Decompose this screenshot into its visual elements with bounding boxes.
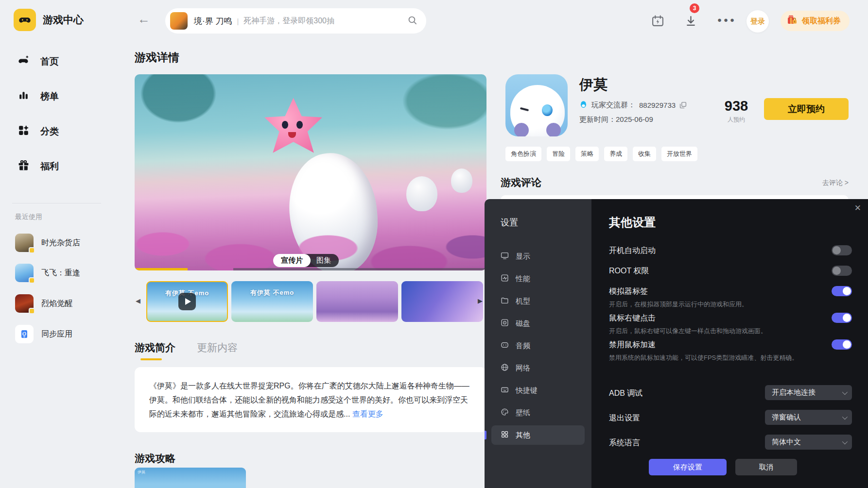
app-logo[interactable]: 游戏中心 — [14, 9, 84, 31]
toggle-root[interactable] — [832, 266, 852, 276]
gamepad-logo-icon — [14, 9, 36, 31]
thumbnail-trailer-selected[interactable]: 有伊莫 不emo — [146, 281, 228, 322]
select-adb-debug[interactable]: 开启本地连接 — [765, 385, 852, 400]
qq-group-label: 玩家交流群： — [591, 101, 635, 110]
tag-collect[interactable]: 收集 — [633, 147, 656, 161]
seal-mascot — [510, 85, 565, 136]
sync-phone-icon — [15, 325, 34, 343]
tag-raising[interactable]: 养成 — [604, 147, 627, 161]
performance-icon — [501, 274, 509, 284]
keyboard-icon — [501, 386, 509, 396]
search-divider: | — [237, 17, 239, 25]
settings-item-device-model[interactable]: 机型 — [491, 291, 585, 311]
device-model-icon — [501, 296, 509, 306]
select-value: 弹窗确认 — [772, 413, 842, 422]
tab-update-content[interactable]: 更新内容 — [197, 341, 238, 354]
close-icon[interactable]: ✕ — [854, 203, 861, 213]
page-title: 游戏详情 — [135, 50, 179, 65]
sidebar-divider — [12, 203, 101, 203]
setting-label-emulator-tag: 模拟器标签 — [609, 286, 648, 297]
setting-desc-emulator-tag: 开启后，在模拟器顶部显示运行中的游戏和应用。 — [609, 300, 748, 309]
active-item-indicator — [485, 431, 486, 439]
platform-badge-icon — [29, 308, 35, 314]
recent-item-sync-apps[interactable]: 同步应用 — [15, 325, 72, 343]
sidebar-item-welfare[interactable]: 福利 — [17, 159, 59, 173]
tag-open-world[interactable]: 开放世界 — [661, 147, 697, 161]
white-bear-character — [451, 168, 472, 193]
guide-thumbnail[interactable]: 伊莫 — [135, 468, 246, 488]
setting-label-right-click: 鼠标右键点击 — [609, 313, 656, 323]
chevron-down-icon — [842, 438, 848, 444]
tag-rpg[interactable]: 角色扮演 — [505, 147, 541, 161]
recent-game-lieyan[interactable]: 烈焰觉醒 — [15, 294, 72, 313]
sidebar-item-home[interactable]: 首页 — [17, 54, 59, 68]
game-trailer-player[interactable]: 宣传片 图集 — [135, 74, 486, 270]
toggle-emulator-tag[interactable] — [832, 286, 852, 296]
gamepad-icon — [17, 54, 30, 68]
search-icon[interactable] — [407, 15, 417, 27]
more-menu-icon[interactable]: ●●● — [717, 16, 736, 24]
recent-game-label: 烈焰觉醒 — [41, 299, 72, 309]
others-grid-icon — [501, 430, 509, 440]
game-description-card: 《伊莫》是一款多人在线大世界捉宠RPG。你将在广袤的艾德尔大陆上邂逅各种神奇生物… — [135, 367, 486, 432]
tag-adventure[interactable]: 冒险 — [547, 147, 570, 161]
sidebar-item-categories[interactable]: 分类 — [17, 124, 59, 138]
setting-label-mouse-accel: 禁用鼠标加速 — [609, 340, 656, 350]
settings-item-others[interactable]: 其他 — [491, 425, 585, 445]
recent-game-feifei[interactable]: 飞飞：重逢 — [15, 264, 80, 282]
save-settings-button[interactable]: 保存设置 — [649, 459, 727, 475]
reserve-unit: 人预约 — [714, 116, 758, 124]
thumbnail-screenshot[interactable] — [401, 281, 483, 322]
video-progress-played — [135, 268, 188, 270]
tag-strategy[interactable]: 策略 — [575, 147, 599, 161]
game-description: 《伊莫》是一款多人在线大世界捉宠RPG。你将在广袤的艾德尔大陆上邂逅各种神奇生物… — [149, 379, 472, 421]
daily-sign-calendar-icon[interactable] — [651, 15, 664, 30]
select-value: 简体中文 — [772, 438, 842, 447]
setting-desc-right-click: 开启后，鼠标右键可以像左键一样点击和拖动游戏画面。 — [609, 327, 767, 336]
settings-item-disk[interactable]: 磁盘 — [491, 314, 585, 333]
settings-item-performance[interactable]: 性能 — [491, 269, 585, 288]
reserve-now-button[interactable]: 立即预约 — [764, 98, 849, 120]
settings-item-hotkeys[interactable]: 快捷键 — [491, 381, 585, 400]
search-input[interactable]: 境·界 刀鸣 | 死神手游，登录即领300抽 — [165, 8, 426, 34]
settings-item-display[interactable]: 显示 — [491, 247, 585, 266]
thumbnail-screenshot[interactable] — [316, 281, 398, 322]
search-tagline: 死神手游，登录即领300抽 — [243, 16, 407, 26]
recent-game-shiguang[interactable]: 时光杂货店 — [15, 234, 80, 252]
claim-coupon-button[interactable]: 领取福利券 — [781, 11, 850, 31]
settings-item-wallpaper[interactable]: 壁纸 — [491, 403, 585, 422]
thumbnail-screenshot[interactable]: 有伊莫 不emo — [231, 281, 313, 322]
cancel-button[interactable]: 取消 — [735, 459, 797, 475]
read-more-link[interactable]: 查看更多 — [352, 410, 383, 418]
settings-item-network[interactable]: 网络 — [491, 358, 585, 378]
video-progress-track[interactable] — [233, 268, 486, 270]
login-button[interactable]: 登录 — [746, 10, 769, 33]
settings-item-label: 磁盘 — [516, 319, 530, 328]
copy-icon[interactable] — [679, 101, 687, 109]
settings-panel-title: 其他设置 — [609, 215, 656, 230]
carousel-next-icon[interactable]: ▶ — [478, 297, 483, 304]
setting-label-autostart: 开机自动启动 — [609, 246, 656, 256]
media-tab-trailer[interactable]: 宣传片 — [273, 254, 311, 267]
game-icon — [15, 294, 34, 313]
select-system-language[interactable]: 简体中文 — [765, 435, 852, 450]
network-globe-icon — [501, 363, 509, 373]
chevron-down-icon — [842, 414, 848, 419]
sidebar-item-rankings[interactable]: 榜单 — [17, 89, 59, 103]
tab-game-intro[interactable]: 游戏简介 — [135, 341, 175, 354]
toggle-autostart[interactable] — [832, 245, 852, 255]
guide-watermark: 伊莫 — [138, 470, 145, 475]
carousel-prev-icon[interactable]: ◀ — [136, 297, 140, 304]
select-exit-behavior[interactable]: 弹窗确认 — [765, 410, 852, 425]
toggle-right-click[interactable] — [832, 313, 852, 323]
setting-label-adb: ADB 调试 — [609, 388, 642, 399]
back-arrow-icon[interactable]: ← — [138, 13, 150, 25]
settings-item-label: 壁纸 — [516, 408, 530, 418]
settings-item-label: 机型 — [516, 297, 530, 306]
recent-section-title: 最近使用 — [15, 213, 42, 221]
toggle-mouse-accel[interactable] — [832, 339, 852, 350]
settings-item-audio[interactable]: 音频 — [491, 336, 585, 355]
qq-group-id: 882929733 — [639, 101, 676, 109]
download-manager-icon[interactable] — [684, 15, 697, 30]
go-comment-link[interactable]: 去评论 > — [800, 179, 849, 187]
